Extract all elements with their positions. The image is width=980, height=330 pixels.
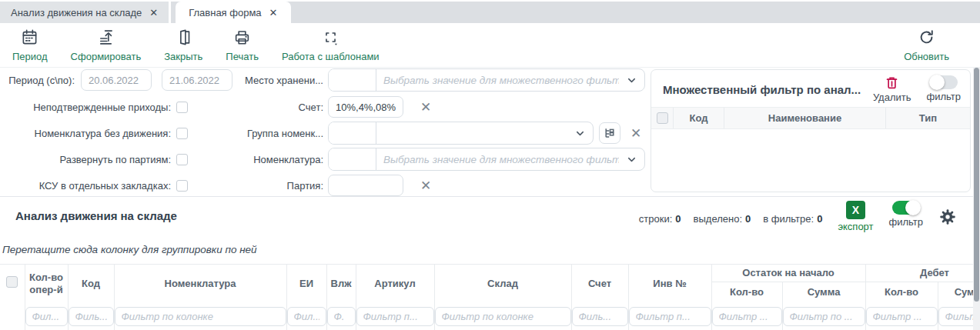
column-header-warehouse[interactable]: Склад <box>434 265 571 303</box>
nomenclature-code-input[interactable] <box>329 148 376 170</box>
nomen-group-combo[interactable] <box>328 122 594 145</box>
toolbar: Период Сформировать Закрыть Печать Работ… <box>0 23 980 68</box>
rows-stat: строки:0 <box>639 213 681 225</box>
period-label: Период (с\по): <box>0 75 75 86</box>
filter-panel: Период (с\по): Неподтвержденные приходы:… <box>0 68 980 197</box>
column-header-account[interactable]: Счет <box>571 265 628 303</box>
main-section: Анализ движения на складе строки:0 выдел… <box>0 198 980 330</box>
column-filter-input[interactable] <box>629 307 711 326</box>
refresh-button[interactable]: Обновить <box>904 28 949 62</box>
tab-label: Главная форма <box>189 7 261 18</box>
column-filter-input[interactable] <box>25 307 68 326</box>
tree-select-button[interactable] <box>599 122 620 144</box>
storage-combo[interactable] <box>328 68 645 92</box>
column-filter-input[interactable] <box>572 307 628 326</box>
column-header-code[interactable]: Код <box>673 108 724 128</box>
storage-value-input[interactable] <box>376 69 626 91</box>
data-grid: Кол-во опер-й Код Номенклатура ЕИ Влж Ар… <box>0 264 980 330</box>
generate-button[interactable]: Сформировать <box>71 28 142 62</box>
batch-label: Партия: <box>177 180 323 192</box>
close-form-button[interactable]: Закрыть <box>164 28 202 62</box>
tab-warehouse-analysis[interactable]: Анализ движения на складе ✕ <box>0 2 171 23</box>
filtered-stat: в фильтре:0 <box>763 213 822 225</box>
clear-icon[interactable]: ✕ <box>420 179 431 192</box>
column-filter-input[interactable] <box>712 307 782 326</box>
print-button[interactable]: Печать <box>226 28 259 62</box>
templates-button[interactable]: Работа с шаблонами <box>282 28 380 62</box>
period-from-input[interactable] <box>81 69 152 91</box>
refresh-icon <box>918 28 935 48</box>
nomenclature-row: Номенклатура: <box>177 148 645 171</box>
period-button-label: Период <box>12 51 48 62</box>
column-header-nomenclature[interactable]: Номенклатура <box>114 265 286 303</box>
column-header-ops-count[interactable]: Кол-во опер-й <box>25 265 68 303</box>
tab-main-form[interactable]: Главная форма ✕ <box>176 2 290 23</box>
chevron-down-icon[interactable] <box>626 75 637 86</box>
tab-strip: Анализ движения на складе ✕ Главная форм… <box>0 2 980 23</box>
column-header-qty-open[interactable]: Кол-во <box>711 282 782 303</box>
tab-label: Анализ движения на складе <box>11 7 142 18</box>
account-row: Счет: ✕ <box>177 95 431 118</box>
nomenclature-value-input[interactable] <box>376 148 626 170</box>
delete-button[interactable]: Удалить <box>873 75 911 103</box>
period-button[interactable]: Период <box>12 28 48 62</box>
scrollbar-thumb[interactable] <box>974 68 979 302</box>
clear-icon[interactable]: ✕ <box>630 127 641 140</box>
column-filter-input[interactable] <box>327 307 356 326</box>
group-header-debit: Дебет <box>865 265 980 282</box>
nomenclature-combo[interactable] <box>328 148 645 171</box>
chevron-down-icon[interactable] <box>626 154 637 165</box>
column-filter-input[interactable] <box>115 307 286 326</box>
filter-cell-empty <box>0 303 25 330</box>
column-header-vlzh[interactable]: Влж <box>326 265 356 303</box>
account-input[interactable] <box>328 96 403 118</box>
nomen-group-code-input[interactable] <box>329 122 376 144</box>
column-filter-input[interactable] <box>287 307 326 326</box>
expand-batches-label: Развернуть по партиям: <box>0 154 171 165</box>
excel-icon: X <box>846 201 865 219</box>
column-header-unit[interactable]: ЕИ <box>286 265 326 303</box>
tree-icon <box>604 127 616 139</box>
templates-button-label: Работа с шаблонами <box>282 51 380 62</box>
chevron-down-icon[interactable] <box>574 128 586 139</box>
filter-toggle[interactable] <box>930 75 958 89</box>
column-filter-input[interactable] <box>866 307 938 326</box>
templates-icon <box>322 28 339 48</box>
ksu-tabs-label: КСУ в отдельных закладках: <box>0 180 171 192</box>
column-filter-input[interactable] <box>435 307 571 326</box>
delete-button-label: Удалить <box>873 92 911 103</box>
column-header-type[interactable]: Тип <box>885 108 970 128</box>
grid-filter-toggle[interactable] <box>892 201 920 215</box>
column-header-sum-open[interactable]: Сумма <box>782 282 865 303</box>
settings-gear-icon[interactable] <box>938 208 957 228</box>
batch-input[interactable] <box>328 175 403 196</box>
multi-filter-actions: Удалить фильтр <box>873 75 961 103</box>
nomen-group-value-input[interactable] <box>376 122 574 144</box>
column-filter-input[interactable] <box>783 307 865 326</box>
grid-controls: строки:0 выделено:0 в фильтре:0 X экспор… <box>639 201 957 232</box>
select-all-checkbox[interactable] <box>657 112 668 124</box>
printer-icon <box>233 28 251 48</box>
select-all-checkbox[interactable] <box>6 276 18 288</box>
close-icon[interactable]: ✕ <box>269 7 278 18</box>
column-header-article[interactable]: Артикул <box>356 265 434 303</box>
column-header-qty-debit[interactable]: Кол-во <box>865 282 938 303</box>
unconfirmed-receipts-label: Неподтвержденные приходы: <box>0 102 171 113</box>
column-header-code[interactable]: Код <box>68 265 114 303</box>
storage-row: Место хранени... <box>177 68 645 92</box>
close-icon[interactable]: ✕ <box>149 7 158 18</box>
grid-stats: строки:0 выделено:0 в фильтре:0 <box>639 213 823 225</box>
column-filter-input[interactable] <box>356 307 434 326</box>
storage-code-input[interactable] <box>329 69 376 91</box>
tab-bar: Анализ движения на складе ✕ Главная форм… <box>0 0 980 23</box>
export-button[interactable]: X экспорт <box>838 201 873 232</box>
export-button-label: экспорт <box>838 221 873 232</box>
clear-icon[interactable]: ✕ <box>420 101 431 114</box>
column-header-inv-no[interactable]: Инв № <box>628 265 711 303</box>
column-header-name[interactable]: Наименование <box>724 108 885 128</box>
column-filter-input[interactable] <box>69 307 114 326</box>
multi-filter-header: Множественный фильтр по анал... Удалить … <box>651 70 970 107</box>
nomen-group-label: Группа номенк... <box>177 128 323 139</box>
vertical-scrollbar[interactable] <box>973 68 980 330</box>
selected-stat: выделено:0 <box>694 213 751 225</box>
